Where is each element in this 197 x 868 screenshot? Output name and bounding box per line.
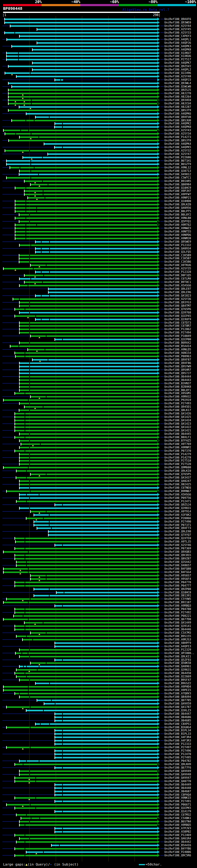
alignment-bar[interactable] (15, 537, 157, 539)
alignment-row[interactable]: UniRef100_P04782 (0, 759, 197, 763)
alignment-bar[interactable] (35, 271, 157, 273)
hit-label[interactable]: UniRef100_C6TLM4 (164, 277, 191, 280)
alignment-bar[interactable] (55, 713, 157, 715)
alignment-row[interactable]: UniRef100_Q40934 (0, 247, 197, 250)
hit-label[interactable]: UniRef100_C1K5B9 (164, 254, 191, 257)
alignment-row[interactable]: UniRef100_Q5ZF93 (0, 658, 197, 662)
alignment-row[interactable]: UniRef100_P07369 (0, 547, 197, 550)
alignment-bar[interactable] (15, 555, 157, 556)
hit-label[interactable]: UniRef100_B6STN4 (164, 820, 191, 823)
hit-label[interactable]: UniRef100_A4QPK7 (164, 61, 191, 65)
alignment-bar[interactable] (15, 187, 157, 189)
alignment-bar[interactable] (24, 406, 157, 408)
alignment-row[interactable]: UniRef100_B6T1H1 (0, 159, 197, 162)
alignment-bar[interactable] (8, 83, 157, 84)
alignment-row[interactable]: UniRef100_A4QPL1 (0, 38, 197, 41)
alignment-row[interactable]: UniRef100_A9TKU6 (0, 264, 197, 267)
hit-label[interactable]: UniRef100_Q84U94 (164, 695, 191, 699)
hit-label[interactable]: UniRef100_P22686 (164, 156, 191, 159)
hit-label[interactable]: UniRef100_C5X7M3 (164, 631, 191, 634)
hit-label[interactable]: UniRef100_Q40961 (164, 665, 191, 668)
hit-label[interactable]: UniRef100_Q9SWE9 (164, 240, 191, 244)
alignment-bar[interactable] (20, 390, 157, 391)
hit-label[interactable]: UniRef100_B0L0Y2 (164, 213, 191, 216)
hit-label[interactable]: UniRef100_Q677D0 (164, 618, 191, 621)
alignment-bar[interactable] (35, 251, 157, 253)
alignment-row[interactable]: UniRef100_P27494 (0, 331, 197, 334)
alignment-row[interactable]: UniRef100_C5WTC1 (0, 176, 197, 180)
hit-label[interactable]: UniRef100_A4QPK2 (164, 122, 191, 125)
alignment-row[interactable]: UniRef100_A2SY32 (0, 149, 197, 152)
alignment-row[interactable]: UniRef100_O64447 (0, 712, 197, 716)
alignment-bar[interactable] (28, 349, 157, 350)
alignment-bar[interactable] (20, 447, 157, 448)
alignment-bar[interactable] (8, 93, 157, 94)
alignment-row[interactable]: UniRef100_A9T914 (0, 510, 197, 513)
alignment-bar[interactable] (20, 305, 157, 307)
hit-label[interactable]: UniRef100_Q9LE98 (164, 530, 191, 533)
hit-label[interactable]: UniRef100_A9NT55 (164, 230, 191, 234)
alignment-row[interactable]: UniRef100_O64448 (0, 786, 197, 790)
alignment-row[interactable]: UniRef100_P27496 (0, 749, 197, 752)
alignment-row[interactable]: UniRef100_Q677F6 (0, 766, 197, 770)
alignment-bar[interactable] (5, 22, 157, 23)
hit-label[interactable]: UniRef100_Q41423 (164, 422, 191, 426)
alignment-row[interactable]: UniRef100_C5X7M3 (0, 631, 197, 634)
hit-label[interactable]: UniRef100_O48657 (164, 564, 191, 567)
alignment-row[interactable]: UniRef100_Q93YG3 (0, 301, 197, 304)
alignment-row[interactable]: UniRef100_C5YVW5 (0, 597, 197, 601)
alignment-row[interactable]: UniRef100_Q9XQB3 (0, 550, 197, 554)
alignment-bar[interactable] (30, 662, 157, 664)
hit-label[interactable]: UniRef100_O64446 (164, 628, 191, 631)
alignment-bar[interactable] (34, 521, 157, 523)
alignment-row[interactable]: UniRef100_Q9ZSJ4 (0, 503, 197, 506)
hit-label[interactable]: UniRef100_Q39631 (164, 668, 191, 672)
hit-label[interactable]: UniRef100_C1K5B6 (164, 260, 191, 264)
hit-label[interactable]: UniRef100_C6TD73 (164, 321, 191, 324)
alignment-row[interactable]: UniRef100_Q8S3T8 (0, 139, 197, 142)
hit-label[interactable]: UniRef100_B9SF47 (164, 678, 191, 682)
alignment-bar[interactable] (15, 204, 157, 206)
hit-label[interactable]: UniRef100_A9RBQ5 (164, 823, 191, 827)
hit-label[interactable]: UniRef100_Q9LKI1 (164, 655, 191, 658)
alignment-row[interactable]: UniRef100_A8HPF9 (0, 641, 197, 645)
alignment-row[interactable]: UniRef100_Q43437 (0, 476, 197, 479)
hit-label[interactable]: UniRef100_Q9LE97 (164, 287, 191, 291)
hit-label[interactable]: UniRef100_P12471 (164, 500, 191, 503)
hit-label[interactable]: UniRef100_O64448 (164, 786, 191, 790)
alignment-row[interactable]: UniRef100_P12470 (0, 752, 197, 756)
alignment-bar[interactable] (20, 838, 157, 839)
alignment-row[interactable]: UniRef100_P04778 (0, 581, 197, 584)
hit-label[interactable]: UniRef100_Q8S3T9 (164, 109, 191, 112)
alignment-bar[interactable] (20, 383, 157, 384)
alignment-row[interactable]: UniRef100_P22686 (0, 156, 197, 159)
alignment-bar[interactable] (20, 679, 157, 681)
alignment-row[interactable]: UniRef100_Q1WLW0 (0, 85, 197, 88)
alignment-row[interactable]: UniRef100_Q10HC9 (0, 186, 197, 190)
alignment-bar[interactable] (55, 123, 157, 124)
alignment-bar[interactable] (48, 153, 157, 155)
hit-label[interactable]: UniRef100_Q4VV48 (164, 773, 191, 776)
hit-label[interactable]: UniRef100_Q41422 (164, 426, 191, 429)
alignment-bar[interactable] (16, 841, 157, 843)
alignment-row[interactable]: UniRef100_P04780 (0, 608, 197, 611)
alignment-row[interactable]: UniRef100_A9S6S7 (0, 574, 197, 577)
hit-label[interactable]: UniRef100_O64443 (164, 378, 191, 382)
alignment-bar[interactable] (7, 39, 157, 40)
hit-label[interactable]: UniRef100_Q1EP00 (164, 338, 191, 341)
hit-label[interactable]: UniRef100_P04778 (164, 581, 191, 584)
hit-label[interactable]: UniRef100_A2SY45 (164, 28, 191, 31)
alignment-bar[interactable] (15, 629, 157, 630)
alignment-row[interactable]: UniRef100_B9I107 (0, 601, 197, 604)
alignment-row[interactable]: UniRef100_C1K5B6 (0, 260, 197, 264)
alignment-bar[interactable] (5, 72, 157, 74)
alignment-bar[interactable] (15, 420, 157, 421)
alignment-bar[interactable] (20, 433, 157, 435)
hit-label[interactable]: UniRef100_Q9LE96 (164, 291, 191, 294)
hit-label[interactable]: UniRef100_P14279 (164, 453, 191, 456)
alignment-bar[interactable] (55, 750, 157, 752)
hit-label[interactable]: UniRef100_Q8S3T8 (164, 139, 191, 142)
alignment-row[interactable]: UniRef100_Q4VV49 (0, 770, 197, 773)
alignment-bar[interactable] (19, 174, 157, 175)
hit-label[interactable]: UniRef100_A4QPJ6 (164, 41, 191, 45)
